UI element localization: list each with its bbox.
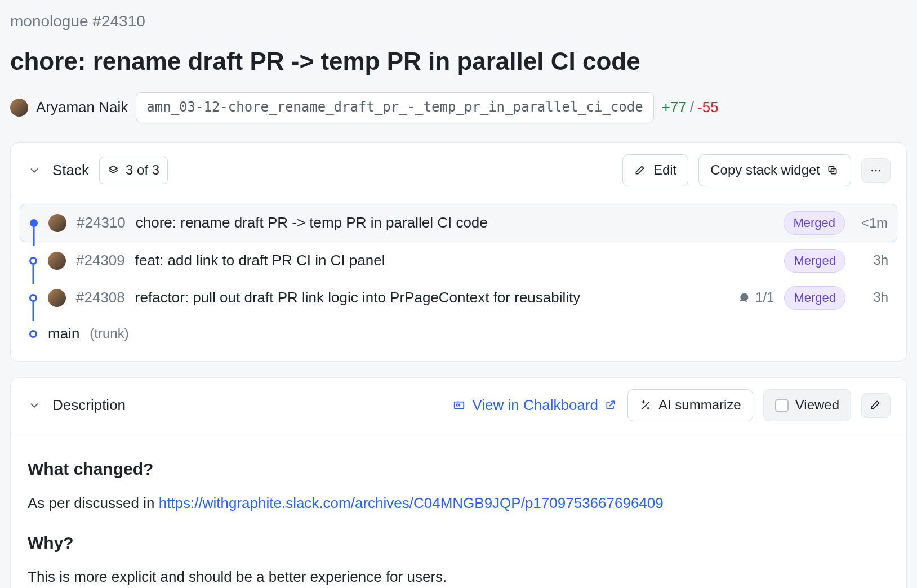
stack-row-time: <1m: [855, 213, 888, 233]
author-name[interactable]: Aryaman Naik: [36, 97, 128, 118]
chalkboard-label: View in Chalkboard: [472, 395, 598, 416]
description-card: Description View in Chalkboard AI summar…: [10, 377, 907, 588]
viewed-checkbox[interactable]: [775, 399, 789, 412]
ellipsis-icon: [870, 164, 882, 177]
stack-count-chip[interactable]: 3 of 3: [99, 157, 168, 184]
svg-point-3: [875, 170, 877, 171]
breadcrumb[interactable]: monologue #24310: [10, 10, 907, 33]
stack-row-title: chore: rename draft PR -> temp PR in par…: [136, 212, 488, 234]
diffstat: +77 / -55: [662, 97, 719, 118]
stack-row-id: #24309: [76, 250, 125, 271]
view-in-chalkboard-link[interactable]: View in Chalkboard: [453, 395, 617, 416]
stack-row-current[interactable]: #24310 chore: rename draft PR -> temp PR…: [20, 204, 897, 242]
repo-name: monologue: [10, 12, 88, 30]
status-badge: Merged: [784, 211, 845, 235]
viewed-toggle[interactable]: Viewed: [763, 389, 851, 421]
diff-separator: /: [690, 97, 694, 118]
stack-row-base[interactable]: main (trunk): [20, 317, 897, 351]
slack-link[interactable]: https://withgraphite.slack.com/archives/…: [159, 495, 664, 511]
sparkle-icon: [639, 399, 652, 412]
status-badge: Merged: [784, 286, 845, 310]
stack-count-label: 3 of 3: [126, 161, 159, 180]
deletions-count: -55: [697, 97, 719, 118]
description-label: Description: [52, 395, 126, 416]
stack-row-title: refactor: pull out draft PR link logic i…: [135, 287, 581, 309]
description-header: Description View in Chalkboard AI summar…: [11, 378, 906, 433]
base-branch-name: main: [48, 323, 79, 345]
stack-row[interactable]: #24309 feat: add link to draft PR CI in …: [20, 242, 897, 279]
stack-label: Stack: [52, 160, 89, 181]
chalkboard-icon: [453, 399, 465, 412]
layers-icon: [108, 164, 120, 177]
pencil-icon: [634, 164, 647, 177]
pr-number: #24310: [92, 12, 145, 30]
svg-point-4: [879, 170, 880, 171]
svg-point-2: [871, 170, 873, 171]
description-heading: Why?: [28, 531, 889, 555]
description-paragraph: This is more explicit and should be a be…: [28, 567, 889, 588]
edit-label: Edit: [653, 161, 676, 180]
comment-icon: [738, 292, 751, 304]
ai-summarize-button[interactable]: AI summarize: [627, 389, 753, 421]
edit-stack-button[interactable]: Edit: [622, 154, 688, 186]
base-branch-note: (trunk): [90, 324, 128, 344]
chevron-down-icon[interactable]: [26, 163, 42, 179]
svg-point-6: [457, 404, 459, 406]
stack-row-time: 3h: [856, 288, 888, 308]
stack-row-id: #24310: [77, 212, 126, 234]
stack-row-comments: 1/1: [738, 288, 774, 308]
page-title: chore: rename draft PR -> temp PR in par…: [10, 43, 907, 79]
stack-row-time: 3h: [856, 251, 888, 270]
author-avatar[interactable]: [10, 99, 28, 117]
description-heading: What changed?: [28, 457, 889, 482]
description-paragraph: As per discussed in https://withgraphite…: [28, 493, 889, 514]
stack-row-id: #24308: [76, 287, 125, 309]
ai-summarize-label: AI summarize: [658, 395, 741, 415]
status-badge: Merged: [784, 249, 845, 273]
author-avatar: [48, 214, 66, 232]
branch-chip[interactable]: amn_03-12-chore_rename_draft_pr_-_temp_p…: [136, 92, 653, 122]
additions-count: +77: [662, 97, 687, 118]
edit-description-button[interactable]: [861, 393, 891, 418]
copy-label: Copy stack widget: [710, 161, 820, 180]
author-avatar: [48, 252, 66, 270]
stack-row-title: feat: add link to draft PR CI in CI pane…: [135, 250, 385, 271]
viewed-label: Viewed: [795, 395, 839, 415]
description-body: What changed? As per discussed in https:…: [11, 433, 906, 588]
copy-stack-widget-button[interactable]: Copy stack widget: [698, 154, 851, 186]
stack-card: Stack 3 of 3 Edit Copy stack widget: [10, 142, 907, 362]
meta-row: Aryaman Naik amn_03-12-chore_rename_draf…: [10, 92, 907, 122]
external-link-icon: [605, 399, 617, 412]
pencil-icon: [870, 399, 882, 412]
stack-header: Stack 3 of 3 Edit Copy stack widget: [11, 143, 906, 198]
stack-row[interactable]: #24308 refactor: pull out draft PR link …: [20, 279, 897, 317]
stack-body: #24310 chore: rename draft PR -> temp PR…: [11, 198, 906, 361]
copy-icon: [827, 164, 839, 177]
author-avatar: [48, 289, 66, 307]
chevron-down-icon[interactable]: [26, 398, 42, 413]
more-actions-button[interactable]: [861, 158, 891, 183]
